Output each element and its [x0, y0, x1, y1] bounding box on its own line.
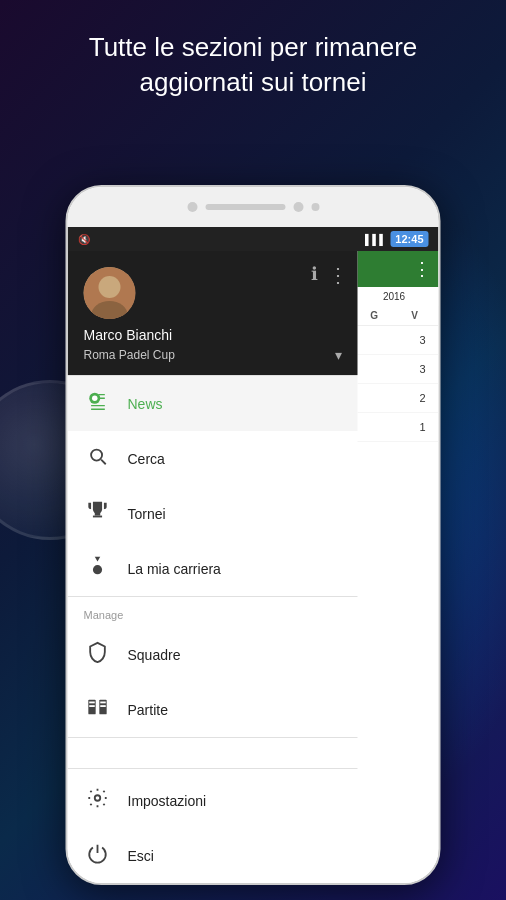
svg-point-13: [93, 565, 102, 574]
menu-item-carriera-label: La mia carriera: [128, 561, 221, 577]
row-val: 3: [415, 334, 431, 346]
svg-point-21: [95, 795, 101, 801]
svg-point-9: [91, 450, 102, 461]
more-icon[interactable]: ⋮: [413, 258, 431, 280]
svg-point-4: [92, 396, 98, 402]
menu-item-squadre-label: Squadre: [128, 647, 181, 663]
medal-icon: [84, 555, 112, 582]
user-name: Marco Bianchi: [84, 327, 342, 343]
svg-point-1: [99, 276, 121, 298]
menu-item-impostazioni-label: Impostazioni: [128, 793, 207, 809]
svg-rect-11: [95, 513, 101, 516]
right-panel-cols: G V: [350, 306, 439, 326]
partite-icon: [84, 696, 112, 723]
menu-item-news[interactable]: News: [68, 376, 358, 431]
menu-item-tornei[interactable]: Tornei: [68, 486, 358, 541]
drawer-header: ℹ ⋮ Marco Bianchi Roma Padel Cup ▾: [68, 251, 358, 375]
phone-top-bar: [68, 187, 439, 227]
settings-icon: [84, 787, 112, 814]
row-val: 1: [415, 421, 431, 433]
menu-item-carriera[interactable]: La mia carriera: [68, 541, 358, 596]
camera-dot-right: [293, 202, 303, 212]
news-icon: [84, 390, 112, 417]
table-row: 3: [350, 355, 439, 384]
sensor-dot: [311, 203, 319, 211]
row-val: 2: [415, 392, 431, 404]
menu-item-cerca[interactable]: Cerca: [68, 431, 358, 486]
app-content: ⋮ 2016 G V 3 3 2 1: [68, 251, 439, 883]
camera-dot-left: [187, 202, 197, 212]
svg-line-10: [101, 460, 106, 465]
svg-rect-20: [100, 705, 106, 707]
info-icon[interactable]: ℹ: [311, 263, 318, 285]
table-row: 3: [350, 326, 439, 355]
table-row: 2: [350, 384, 439, 413]
menu-item-esci[interactable]: Esci: [68, 828, 358, 883]
menu-item-partite-label: Partite: [128, 702, 168, 718]
svg-rect-19: [89, 705, 95, 707]
col-g: G: [370, 310, 378, 321]
menu-item-esci-label: Esci: [128, 848, 154, 864]
drawer-more-icon[interactable]: ⋮: [328, 263, 348, 287]
status-time: 12:45: [390, 231, 428, 247]
svg-rect-12: [93, 516, 102, 518]
signal-bars: ▌▌▌: [365, 234, 386, 245]
phone-inner: 🔇 ▌▌▌ 12:45 ⋮ 2016 G V 3 3: [68, 187, 439, 883]
power-icon: [84, 842, 112, 869]
menu-item-news-label: News: [128, 396, 163, 412]
phone-frame: 🔇 ▌▌▌ 12:45 ⋮ 2016 G V 3 3: [66, 185, 441, 885]
bottom-section: Impostazioni Esci: [68, 768, 358, 883]
status-bar: 🔇 ▌▌▌ 12:45: [68, 227, 439, 251]
chevron-down-icon: ▾: [335, 347, 342, 363]
status-bar-left: 🔇: [78, 234, 362, 245]
shield-icon: [84, 641, 112, 668]
tournament-row[interactable]: Roma Padel Cup ▾: [84, 347, 342, 363]
right-panel-header: ⋮: [350, 251, 439, 287]
menu-item-tornei-label: Tornei: [128, 506, 166, 522]
menu-item-impostazioni[interactable]: Impostazioni: [68, 773, 358, 828]
right-panel-year: 2016: [350, 287, 439, 306]
svg-rect-17: [89, 702, 95, 704]
header-title: Tutte le sezioni per rimanere aggiornati…: [0, 30, 506, 100]
nav-drawer: ℹ ⋮ Marco Bianchi Roma Padel Cup ▾: [68, 251, 358, 883]
divider-bottom: [68, 737, 358, 738]
menu-item-partite[interactable]: Partite: [68, 682, 358, 737]
search-icon: [84, 445, 112, 472]
row-val: 3: [415, 363, 431, 375]
avatar: [84, 267, 136, 319]
speaker-bar: [205, 204, 285, 210]
trophy-icon: [84, 500, 112, 527]
section-manage-label: Manage: [68, 597, 358, 627]
menu-item-squadre[interactable]: Squadre: [68, 627, 358, 682]
svg-rect-18: [100, 702, 106, 704]
menu-item-cerca-label: Cerca: [128, 451, 165, 467]
tournament-name: Roma Padel Cup: [84, 348, 329, 362]
col-v: V: [411, 310, 418, 321]
mute-icon: 🔇: [78, 234, 90, 245]
table-row: 1: [350, 413, 439, 442]
right-panel: ⋮ 2016 G V 3 3 2 1: [349, 251, 439, 883]
